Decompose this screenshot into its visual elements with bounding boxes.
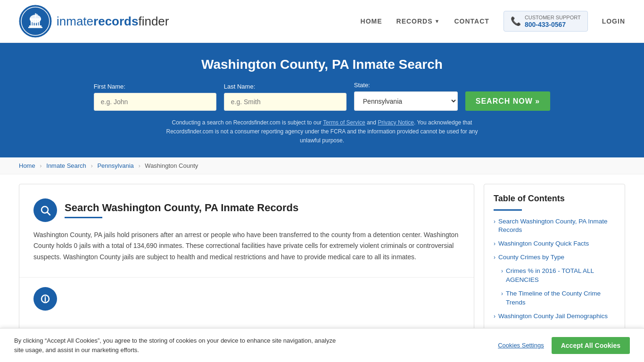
section-title-wrap: Search Washington County, PA Inmate Reco… [65, 202, 298, 218]
toc-item-4[interactable]: › Crimes % in 2016 - TOTAL ALL AGENCIES [501, 267, 615, 285]
toc-divider [494, 209, 522, 211]
toc-item-6[interactable]: › Washington County Jail Demographics [494, 312, 615, 321]
nav-contact[interactable]: CONTACT [454, 17, 489, 25]
hero-title: Washington County, PA Inmate Search [19, 57, 625, 72]
hero-disclaimer: Conducting a search on Recordsfinder.com… [157, 118, 487, 146]
section-header: Search Washington County, PA Inmate Reco… [33, 198, 460, 222]
first-name-group: First Name: [94, 83, 216, 111]
section-inmate-records: Search Washington County, PA Inmate Reco… [19, 184, 474, 278]
phone-icon: 📞 [511, 16, 521, 26]
breadcrumb-current: Washington County [145, 162, 198, 169]
support-label: CUSTOMER SUPPORT [525, 14, 581, 21]
toc-link-4[interactable]: Crimes % in 2016 - TOTAL ALL AGENCIES [506, 267, 615, 285]
toc-item-2[interactable]: › Washington County Quick Facts [494, 239, 615, 248]
chevron-right-icon-5: › [501, 290, 503, 297]
search-icon [33, 198, 57, 222]
chevron-right-icon-1: › [494, 218, 495, 225]
last-name-label: Last Name: [224, 83, 255, 90]
toc-link-2[interactable]: Washington County Quick Facts [498, 239, 589, 248]
nav-home[interactable]: HOME [361, 17, 382, 25]
toc-link-6[interactable]: Washington County Jail Demographics [498, 312, 608, 321]
logo[interactable]: inmaterecordsfinder [19, 5, 169, 38]
section-title: Search Washington County, PA Inmate Reco… [65, 202, 298, 214]
svg-rect-8 [39, 20, 40, 25]
accept-cookies-button[interactable]: Accept All Cookies [552, 337, 630, 345]
breadcrumb-sep-3: › [138, 162, 140, 169]
toc-link-1[interactable]: Search Washington County, PA Inmate Reco… [498, 217, 615, 235]
info-icon [33, 287, 57, 311]
last-name-input[interactable] [224, 93, 347, 111]
search-button[interactable]: SEARCH NOW » [465, 91, 550, 111]
sidebar: Table of Contents › Search Washington Co… [484, 184, 625, 336]
content-area: Search Washington County, PA Inmate Reco… [19, 184, 474, 336]
svg-point-17 [45, 296, 46, 297]
tos-link[interactable]: Terms of Service [323, 119, 365, 126]
state-label: State: [354, 82, 370, 89]
header: inmaterecordsfinder HOME RECORDS ▼ CONTA… [0, 0, 644, 43]
section-2-partial [19, 278, 474, 320]
svg-rect-3 [30, 18, 41, 20]
svg-rect-6 [35, 20, 36, 25]
svg-rect-7 [37, 20, 38, 25]
first-name-label: First Name: [94, 83, 125, 90]
cookie-actions: Cookies Settings Accept All Cookies [498, 337, 630, 345]
last-name-group: Last Name: [224, 83, 347, 111]
section-underline [65, 217, 102, 218]
first-name-input[interactable] [94, 93, 216, 111]
navigation: HOME RECORDS ▼ CONTACT 📞 CUSTOMER SUPPOR… [361, 11, 625, 32]
toc-item-5[interactable]: › The Timeline of the County Crime Trend… [501, 289, 615, 307]
chevron-right-icon-3: › [494, 254, 495, 261]
support-number: 800-433-0567 [525, 21, 581, 28]
chevron-right-icon-6: › [494, 313, 495, 320]
customer-support: 📞 CUSTOMER SUPPORT 800-433-0567 [504, 11, 588, 32]
breadcrumb-pennsylvania[interactable]: Pennsylvania [97, 162, 133, 169]
state-group: State: Pennsylvania Alabama Alaska Arizo… [354, 82, 458, 111]
privacy-link[interactable]: Privacy Notice [378, 119, 414, 126]
svg-rect-4 [31, 20, 32, 25]
toc-box: Table of Contents › Search Washington Co… [484, 184, 625, 336]
svg-rect-11 [35, 13, 36, 18]
toc-title: Table of Contents [494, 194, 615, 204]
svg-rect-10 [28, 27, 42, 28]
capitol-logo-icon [19, 5, 52, 38]
search-form: First Name: Last Name: State: Pennsylvan… [19, 82, 625, 111]
cookie-banner: By clicking “Accept All Cookies”, you ag… [0, 328, 644, 345]
main-container: Search Washington County, PA Inmate Reco… [0, 174, 644, 345]
chevron-right-icon-4: › [501, 268, 503, 274]
breadcrumb-inmate-search[interactable]: Inmate Search [46, 162, 86, 169]
svg-rect-9 [29, 25, 41, 27]
section-body: Washington County, PA jails hold prisone… [33, 230, 460, 263]
nav-records[interactable]: RECORDS ▼ [396, 17, 440, 25]
svg-rect-5 [33, 20, 34, 25]
toc-item-1[interactable]: › Search Washington County, PA Inmate Re… [494, 217, 615, 235]
toc-link-3[interactable]: County Crimes by Type [498, 253, 564, 262]
cookie-text: By clicking “Accept All Cookies”, you ag… [14, 336, 344, 345]
breadcrumb-sep-2: › [91, 162, 92, 169]
toc-item-3[interactable]: › County Crimes by Type [494, 253, 615, 262]
breadcrumb-sep-1: › [40, 162, 41, 169]
state-select[interactable]: Pennsylvania Alabama Alaska Arizona [354, 91, 458, 111]
breadcrumb: Home › Inmate Search › Pennsylvania › Wa… [0, 157, 644, 174]
chevron-right-icon-2: › [494, 240, 495, 247]
breadcrumb-home[interactable]: Home [19, 162, 35, 169]
svg-line-14 [48, 212, 50, 215]
nav-login[interactable]: LOGIN [602, 17, 625, 25]
hero-section: Washington County, PA Inmate Search Firs… [0, 43, 644, 157]
cookies-settings-button[interactable]: Cookies Settings [498, 342, 544, 345]
chevron-down-icon: ▼ [435, 18, 440, 24]
logo-text: inmaterecordsfinder [57, 14, 169, 29]
toc-link-5[interactable]: The Timeline of the County Crime Trends [506, 289, 615, 307]
